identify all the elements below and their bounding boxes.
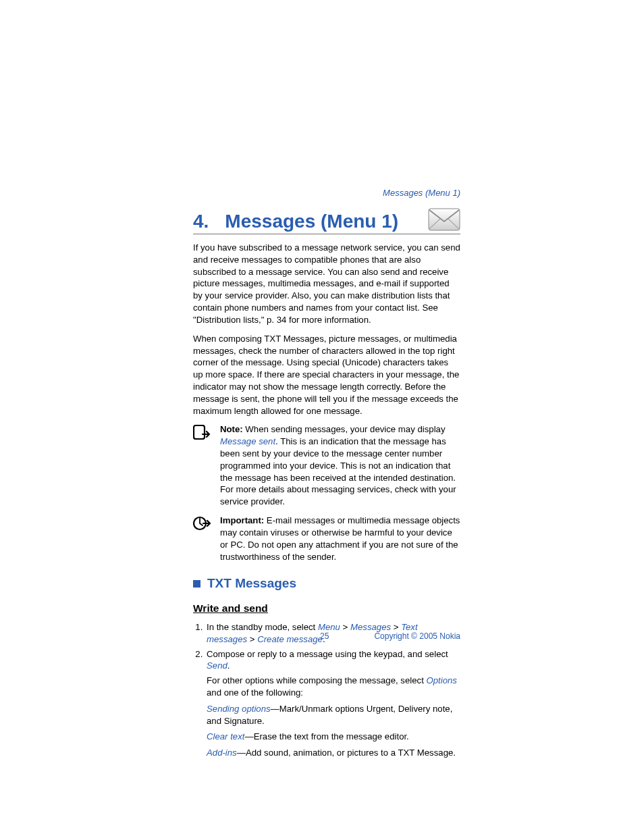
note-text-post: . This is an indication that the message…	[220, 436, 456, 506]
subsection-title: Write and send	[193, 602, 460, 616]
running-header-link[interactable]: Messages (Menu 1)	[383, 188, 460, 198]
section-heading: TXT Messages	[193, 575, 460, 592]
options-link[interactable]: Options	[426, 675, 456, 685]
sending-options-link[interactable]: Sending options	[207, 704, 271, 714]
section-title: TXT Messages	[207, 575, 296, 592]
section-bullet-icon	[193, 580, 200, 588]
important-block: Important: E-mail messages or multimedia…	[193, 515, 460, 563]
steps-list: In the standby mode, select Menu > Messa…	[193, 621, 460, 759]
step-2: Compose or reply to a message using the …	[205, 648, 460, 760]
option-addins: Add-ins—Add sound, animation, or picture…	[207, 747, 460, 759]
messages-link[interactable]: Messages	[350, 622, 391, 632]
important-text: Important: E-mail messages or multimedia…	[220, 515, 460, 563]
svg-rect-0	[429, 209, 460, 230]
chapter-number: 4.	[193, 211, 209, 232]
option-sending: Sending options—Mark/Unmark options Urge…	[207, 703, 460, 727]
note-icon	[193, 425, 211, 440]
page-body: If you have subscribed to a message netw…	[193, 242, 460, 763]
document-page: Messages (Menu 1) 4. Messages (Menu 1) I…	[0, 0, 644, 834]
copyright: Copyright © 2005 Nokia	[374, 631, 460, 641]
step2-body: For other options while composing the me…	[207, 675, 460, 699]
option-clear: Clear text—Erase the text from the messa…	[207, 731, 460, 743]
page-number: 25	[320, 631, 329, 641]
intro-paragraph-2: When composing TXT Messages, picture mes…	[193, 333, 460, 417]
svg-rect-1	[194, 425, 205, 439]
intro-paragraph-1: If you have subscribed to a message netw…	[193, 242, 460, 326]
step1-text: In the standby mode, select	[207, 622, 318, 632]
add-ins-link[interactable]: Add-ins	[207, 748, 237, 758]
clear-text-link[interactable]: Clear text	[207, 731, 244, 741]
chapter-heading: 4. Messages (Menu 1)	[193, 203, 460, 234]
step2-text: Compose or reply to a message using the …	[207, 649, 448, 659]
menu-link[interactable]: Menu	[318, 622, 340, 632]
note-block: Note: When sending messages, your device…	[193, 423, 460, 508]
important-icon	[193, 516, 211, 531]
note-text: Note: When sending messages, your device…	[220, 423, 460, 508]
important-label: Important:	[220, 515, 264, 525]
note-text-pre: When sending messages, your device may d…	[243, 424, 446, 434]
send-link[interactable]: Send	[207, 660, 227, 671]
chapter-title: Messages (Menu 1)	[225, 211, 460, 232]
note-label: Note:	[220, 424, 243, 434]
envelope-icon	[428, 208, 460, 234]
message-sent-link[interactable]: Message sent	[220, 436, 275, 446]
page-footer: 25 Copyright © 2005 Nokia	[193, 631, 460, 641]
